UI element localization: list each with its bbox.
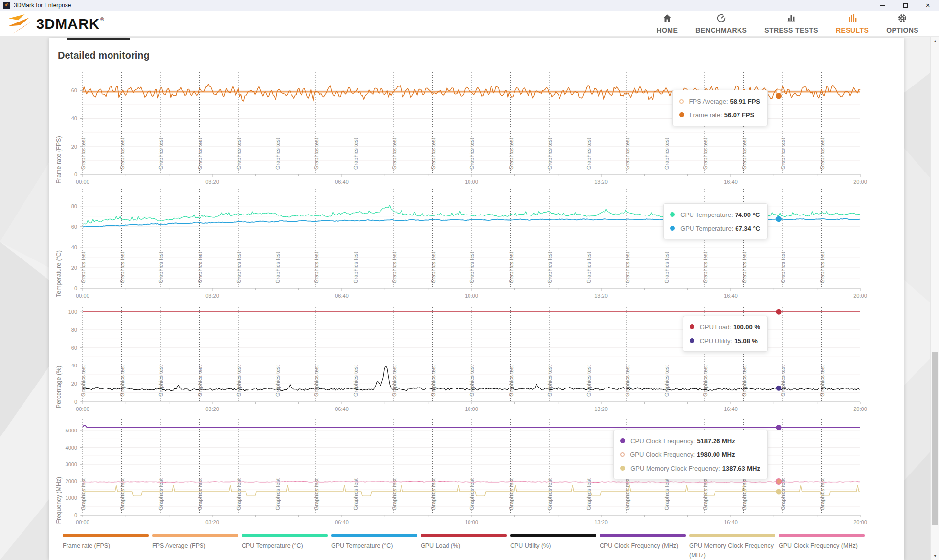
graphics-test-label: Graphics test bbox=[430, 365, 436, 397]
x-tick-label: 16:40 bbox=[724, 293, 738, 299]
graphics-test-label: Graphics test bbox=[391, 365, 397, 397]
maximize-button[interactable] bbox=[894, 0, 917, 11]
minimize-button[interactable] bbox=[872, 0, 894, 11]
chart-percentage[interactable]: Graphics testGraphics testGraphics testG… bbox=[49, 303, 904, 415]
legend-item-gpu-load[interactable]: GPU Load (%) bbox=[421, 534, 507, 560]
scroll-down-button[interactable]: ▼ bbox=[931, 552, 939, 560]
legend-label: GPU Clock Frequency (MHz) bbox=[779, 541, 865, 551]
tooltip-row: GPU Memory Clock Frequency:1387.63 MHz bbox=[620, 461, 760, 475]
x-tick-label: 10:00 bbox=[465, 293, 478, 299]
graphics-test-label: Graphics test bbox=[819, 138, 825, 170]
cursor-point bbox=[776, 309, 782, 315]
nav-item-results[interactable]: RESULTS bbox=[836, 13, 869, 34]
home-icon bbox=[662, 13, 672, 25]
y-tick-label: 5000 bbox=[66, 428, 77, 433]
cursor-point bbox=[776, 479, 782, 484]
y-tick-label: 0 bbox=[74, 512, 77, 518]
tooltip-value: 74.00 °C bbox=[735, 211, 760, 218]
legend-item-gpu-temperature-c[interactable]: GPU Temperature (°C) bbox=[331, 534, 417, 560]
nav-item-options[interactable]: OPTIONS bbox=[886, 13, 918, 34]
graphics-test-label: Graphics test bbox=[664, 252, 670, 283]
series-marker-icon bbox=[620, 438, 625, 443]
graphics-test-label: Graphics test bbox=[780, 252, 786, 283]
nav-items: HOMEBENCHMARKSSTRESS TESTSRESULTSOPTIONS bbox=[657, 13, 918, 34]
y-tick-label: 2000 bbox=[66, 478, 77, 484]
cursor-point bbox=[776, 216, 782, 222]
graphics-test-label: Graphics test bbox=[353, 365, 358, 397]
legend-item-frame-rate-fps[interactable]: Frame rate (FPS) bbox=[63, 534, 149, 560]
y-tick-label: 1000 bbox=[66, 495, 77, 501]
graphics-test-label: Graphics test bbox=[236, 252, 242, 283]
x-tick-label: 13:20 bbox=[594, 179, 608, 185]
x-tick-label: 06:40 bbox=[335, 406, 349, 412]
app-icon-glyph bbox=[4, 3, 9, 8]
chart-frame-rate-fps[interactable]: Graphics testGraphics testGraphics testG… bbox=[49, 68, 904, 185]
graphics-test-label: Graphics test bbox=[353, 252, 358, 283]
x-tick-label: 00:00 bbox=[76, 406, 89, 412]
main-nav: 3DMARK ® HOMEBENCHMARKSSTRESS TESTSRESUL… bbox=[0, 11, 939, 37]
y-tick-label: 4000 bbox=[66, 445, 77, 451]
legend-label: GPU Memory Clock Frequency (MHz) bbox=[689, 541, 775, 560]
stress-tests-bars-icon bbox=[786, 13, 797, 25]
cursor-point bbox=[776, 93, 782, 99]
nav-item-home[interactable]: HOME bbox=[657, 13, 678, 34]
legend-color-bar bbox=[600, 534, 686, 537]
brand-name: 3DMARK bbox=[36, 16, 100, 32]
legend-item-fps-average-fps[interactable]: FPS Average (FPS) bbox=[152, 534, 238, 560]
tooltip-label: GPU Temperature: bbox=[680, 225, 733, 232]
nav-item-benchmarks[interactable]: BENCHMARKS bbox=[695, 13, 747, 34]
legend-item-gpu-clock-frequency-mhz[interactable]: GPU Clock Frequency (MHz) bbox=[779, 534, 865, 560]
graphics-test-label: Graphics test bbox=[353, 138, 358, 170]
x-tick-label: 03:20 bbox=[205, 179, 219, 185]
y-tick-label: 0 bbox=[74, 172, 77, 177]
x-tick-label: 03:20 bbox=[205, 293, 219, 299]
maximize-icon bbox=[903, 3, 908, 8]
legend-label: CPU Temperature (°C) bbox=[242, 541, 328, 551]
scroll-up-button[interactable]: ▲ bbox=[931, 37, 939, 45]
legend-item-cpu-temperature-c[interactable]: CPU Temperature (°C) bbox=[242, 534, 328, 560]
series-marker-icon bbox=[670, 226, 675, 231]
x-tick-label: 16:40 bbox=[724, 519, 738, 525]
tooltip-value: 58.91 FPS bbox=[730, 98, 760, 105]
registered-mark: ® bbox=[100, 17, 104, 22]
legend-item-cpu-utility[interactable]: CPU Utility (%) bbox=[510, 534, 596, 560]
graphics-test-label: Graphics test bbox=[819, 252, 825, 283]
tooltip-label: CPU Temperature: bbox=[680, 211, 733, 218]
y-tick-label: 40 bbox=[71, 115, 77, 121]
graphics-test-label: Graphics test bbox=[741, 478, 747, 510]
vertical-scrollbar[interactable]: ▲ ▼ bbox=[930, 37, 939, 560]
window-titlebar: 3DMark for Enterprise ✕ bbox=[0, 0, 939, 11]
graphics-test-label: Graphics test bbox=[469, 138, 475, 170]
chart-frequency-mhz[interactable]: Graphics testGraphics testGraphics testG… bbox=[49, 415, 904, 530]
tooltip-value: 1980.00 MHz bbox=[697, 451, 735, 458]
graphics-test-label: Graphics test bbox=[469, 252, 475, 283]
scrollbar-thumb[interactable] bbox=[932, 352, 938, 525]
series-marker-icon bbox=[679, 99, 684, 104]
nav-item-stress-tests[interactable]: STRESS TESTS bbox=[764, 13, 818, 34]
legend-item-cpu-clock-frequency-mhz[interactable]: CPU Clock Frequency (MHz) bbox=[600, 534, 686, 560]
series-marker-icon bbox=[620, 452, 625, 457]
x-tick-label: 13:20 bbox=[594, 406, 608, 412]
graphics-test-label: Graphics test bbox=[119, 138, 125, 170]
y-tick-label: 20 bbox=[71, 265, 77, 271]
options-gear-icon bbox=[897, 13, 908, 25]
graphics-test-label: Graphics test bbox=[197, 252, 203, 283]
y-tick-label: 20 bbox=[71, 381, 77, 387]
tooltip-row: CPU Utility:15.08 % bbox=[690, 334, 760, 347]
graphics-test-label: Graphics test bbox=[547, 365, 553, 397]
series-cpu-clock-frequency-mhz bbox=[83, 425, 860, 427]
brand-logo[interactable]: 3DMARK ® bbox=[8, 14, 103, 34]
graphics-test-label: Graphics test bbox=[741, 252, 747, 283]
graphics-test-label: Graphics test bbox=[197, 478, 203, 510]
x-tick-label: 10:00 bbox=[465, 179, 478, 185]
legend-item-gpu-memory-clock-frequency-mhz[interactable]: GPU Memory Clock Frequency (MHz) bbox=[689, 534, 775, 560]
nav-label: OPTIONS bbox=[886, 26, 918, 34]
x-tick-label: 10:00 bbox=[465, 406, 478, 412]
chart-temperature-c[interactable]: Graphics testGraphics testGraphics testG… bbox=[49, 185, 904, 302]
y-tick-label: 20 bbox=[71, 144, 77, 150]
close-button[interactable]: ✕ bbox=[917, 0, 939, 11]
x-tick-label: 00:00 bbox=[76, 519, 89, 525]
frequency-tooltip: CPU Clock Frequency:5187.26 MHzGPU Clock… bbox=[613, 430, 768, 479]
graphics-test-label: Graphics test bbox=[275, 138, 281, 170]
graphics-test-label: Graphics test bbox=[586, 478, 592, 510]
